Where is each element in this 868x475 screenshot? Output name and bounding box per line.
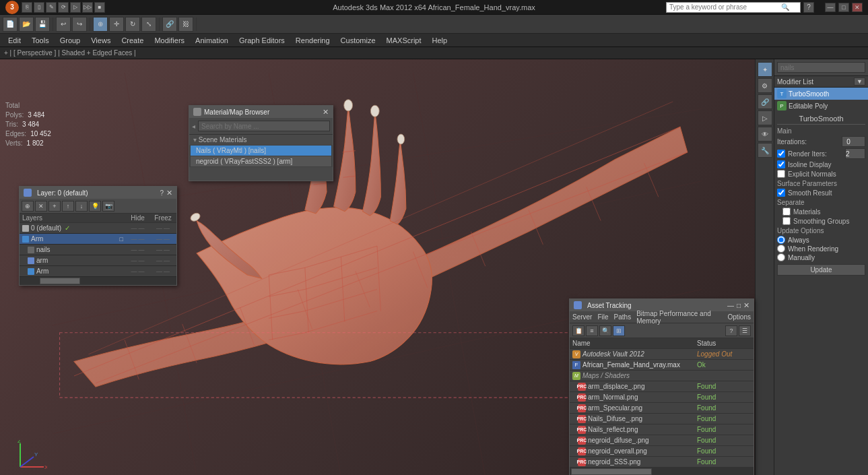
menu-edit[interactable]: Edit <box>3 35 26 46</box>
toolbar-rotate[interactable]: ↻ <box>125 17 140 32</box>
at-row-maps[interactable]: M Maps / Shaders <box>570 371 754 381</box>
lm-move2-btn[interactable]: ↓ <box>75 201 88 212</box>
layer-row-default[interactable]: 0 (default) ✓ — — — — <box>20 223 176 234</box>
at-row-3[interactable]: PRC Nails_Difuse_.png Found <box>570 414 754 424</box>
at-menu-bitmap[interactable]: Bitmap Performance and Memory <box>636 310 722 325</box>
lm-light-btn[interactable]: 💡 <box>89 201 101 212</box>
help-btn[interactable]: ? <box>803 2 814 13</box>
at-row-0[interactable]: PRC arm_displace_.png Found <box>570 381 754 392</box>
title-icon-1[interactable]: ⎘ <box>22 2 32 13</box>
layer-manager-close[interactable]: ✕ <box>166 189 172 197</box>
at-row-1[interactable]: PRC arm_Normal.png Found <box>570 392 754 403</box>
at-row-6[interactable]: PRC negroid_overall.png Found <box>570 446 754 457</box>
at-btn-4[interactable]: ⊞ <box>613 325 625 336</box>
asset-tracking-close[interactable]: ✕ <box>743 301 749 310</box>
at-minimize-btn[interactable]: — <box>727 302 734 309</box>
ts-smoothing-groups-checkbox[interactable] <box>782 217 791 225</box>
lm-camera-btn[interactable]: 📷 <box>102 201 114 212</box>
layer-manager-titlebar[interactable]: Layer: 0 (default) ? ✕ <box>20 187 176 199</box>
toolbar-move[interactable]: ✛ <box>109 17 124 32</box>
ts-render-iters-checkbox[interactable] <box>777 150 785 158</box>
menu-modifiers[interactable]: Modifiers <box>149 35 190 46</box>
material-search-input[interactable] <box>198 121 330 131</box>
at-row-7[interactable]: PRC negroid_SSS.png Found <box>570 457 754 468</box>
title-icon-4[interactable]: ⟳ <box>58 2 69 13</box>
lm-move-btn[interactable]: ↑ <box>62 201 74 212</box>
modifier-search-input[interactable] <box>777 62 865 73</box>
title-search-input[interactable] <box>667 3 781 11</box>
title-icon-3[interactable]: ✎ <box>46 2 57 13</box>
toolbar-link[interactable]: 🔗 <box>162 17 177 32</box>
menu-animation[interactable]: Animation <box>190 35 234 46</box>
at-menu-server[interactable]: Server <box>572 313 592 321</box>
toolbar-save[interactable]: 💾 <box>35 17 50 32</box>
rtb-modify[interactable]: ⚙ <box>758 78 772 93</box>
at-btn-1[interactable]: 📋 <box>572 325 585 336</box>
ts-isoline-checkbox[interactable] <box>777 160 785 168</box>
at-menu-file[interactable]: File <box>597 313 608 321</box>
menu-help[interactable]: Help <box>427 35 453 46</box>
layer-row-arm3[interactable]: Arm — — — — <box>20 266 176 277</box>
toolbar-select[interactable]: ⊕ <box>93 17 108 32</box>
layer-row-arm[interactable]: Arm □ — — — — <box>20 234 176 245</box>
material-browser-titlebar[interactable]: Material/Map Browser ✕ <box>189 106 333 118</box>
rtb-create[interactable]: ✦ <box>758 62 772 77</box>
lm-add-btn[interactable]: + <box>48 201 61 212</box>
rtb-motion[interactable]: ▷ <box>758 110 772 125</box>
layer-row-nails[interactable]: nails — — — — <box>20 245 176 255</box>
menu-graph-editors[interactable]: Graph Editors <box>234 35 290 46</box>
layer-manager-help[interactable]: ? <box>160 189 164 197</box>
modifier-dropdown-btn[interactable]: ▼ <box>854 77 865 86</box>
maximize-button[interactable]: □ <box>838 3 849 12</box>
ts-materials-checkbox[interactable] <box>782 208 791 216</box>
modifier-turbosmooth[interactable]: T TurboSmooth <box>774 88 868 100</box>
at-scrollbar[interactable] <box>570 468 754 475</box>
at-btn-2[interactable]: ≡ <box>586 325 598 336</box>
toolbar-open[interactable]: 📂 <box>19 17 34 32</box>
minimize-button[interactable]: — <box>825 3 836 12</box>
layer-scrollbar-thumb[interactable] <box>40 278 80 284</box>
menu-views[interactable]: Views <box>86 35 116 46</box>
lm-select-btn[interactable]: ⊕ <box>22 201 34 212</box>
at-btn-5[interactable]: ☰ <box>739 325 751 336</box>
rtb-utilities[interactable]: 🔧 <box>758 143 772 158</box>
toolbar-redo[interactable]: ↪ <box>72 17 87 32</box>
ts-when-rendering-radio[interactable] <box>777 245 785 253</box>
at-row-file[interactable]: F African_Female_Hand_vray.max Ok <box>570 360 754 371</box>
modifier-editable-poly[interactable]: P Editable Poly <box>774 100 868 112</box>
title-icon-6[interactable]: ▷▷ <box>82 2 93 13</box>
material-item-0[interactable]: Nails ( VRayMtl ) [nails] <box>191 146 331 156</box>
lm-delete-btn[interactable]: ✕ <box>35 201 47 212</box>
at-menu-paths[interactable]: Paths <box>614 313 632 321</box>
ts-update-button[interactable]: Update <box>777 264 865 276</box>
at-row-5[interactable]: PRC negroid_difuse_.png Found <box>570 435 754 446</box>
layer-scrollbar[interactable] <box>20 277 176 285</box>
menu-customize[interactable]: Customize <box>335 35 381 46</box>
at-row-4[interactable]: PRC Nails_reflect.png Found <box>570 424 754 435</box>
material-item-1[interactable]: negroid ( VRayFastSSS2 ) [arm] <box>191 156 331 166</box>
ts-render-iters-input[interactable] <box>845 148 865 159</box>
at-scrollbar-thumb[interactable] <box>571 468 652 475</box>
ts-manually-radio[interactable] <box>777 253 785 261</box>
toolbar-undo[interactable]: ↩ <box>56 17 71 32</box>
rtb-display[interactable]: 👁 <box>758 127 772 141</box>
ts-iterations-input[interactable] <box>842 136 865 147</box>
toolbar-new[interactable]: 📄 <box>3 17 18 32</box>
ts-smooth-result-checkbox[interactable] <box>777 189 785 197</box>
title-search-box[interactable]: 🔍 <box>666 2 801 13</box>
menu-tools[interactable]: Tools <box>26 35 55 46</box>
ts-always-radio[interactable] <box>777 236 785 244</box>
toolbar-unlink[interactable]: ⛓ <box>178 17 193 32</box>
menu-create[interactable]: Create <box>116 35 149 46</box>
title-icon-5[interactable]: ▷ <box>70 2 81 13</box>
title-icon-2[interactable]: ▯ <box>34 2 44 13</box>
menu-maxscript[interactable]: MAXScript <box>381 35 427 46</box>
menu-rendering[interactable]: Rendering <box>290 35 335 46</box>
at-menu-options[interactable]: Options <box>728 313 751 321</box>
at-maximize-btn[interactable]: □ <box>737 302 741 309</box>
toolbar-scale[interactable]: ⤡ <box>141 17 156 32</box>
layer-row-arm2[interactable]: arm — — — — <box>20 255 176 266</box>
material-browser-close[interactable]: ✕ <box>323 108 329 117</box>
close-button[interactable]: ✕ <box>852 3 863 12</box>
ts-explicit-normals-checkbox[interactable] <box>777 170 785 178</box>
